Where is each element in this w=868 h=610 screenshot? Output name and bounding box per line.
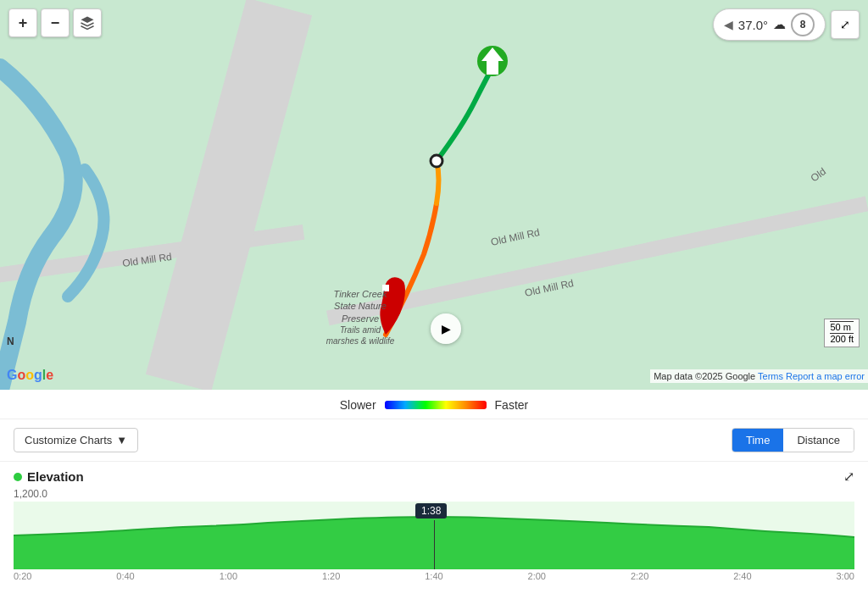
chart-title: Elevation xyxy=(14,469,84,484)
x-tick-5: 2:00 xyxy=(528,571,546,581)
chart-area: Elevation ⤢ 1,200.0 1:38 0:20 0:40 1:00 … xyxy=(0,462,868,581)
chart-tooltip: 1:38 xyxy=(415,503,447,518)
map-top-right-controls: ◀ 37.0° ☁ 8 ⤢ xyxy=(713,8,860,41)
x-axis: 0:20 0:40 1:00 1:20 1:40 2:00 2:20 2:40 … xyxy=(14,569,854,581)
play-button[interactable]: ▶ xyxy=(431,313,461,344)
attribution-text: Map data ©2025 Google xyxy=(654,371,755,381)
weather-icon: ☁ xyxy=(773,17,786,32)
weather-prev-arrow[interactable]: ◀ xyxy=(724,18,733,31)
map-attribution: Map data ©2025 Google Terms Report a map… xyxy=(650,369,868,383)
distance-toggle-button[interactable]: Distance xyxy=(783,429,854,452)
chart-title-row: Elevation ⤢ xyxy=(14,469,854,485)
notification-badge[interactable]: 8 xyxy=(791,13,815,36)
scale-200ft: 200 ft xyxy=(830,333,854,344)
chart-expand-button[interactable]: ⤢ xyxy=(843,469,854,485)
north-indicator: N xyxy=(7,336,14,347)
x-tick-1: 0:40 xyxy=(116,571,134,581)
google-logo: Google xyxy=(7,368,53,383)
faster-label: Faster xyxy=(495,398,529,412)
scale-50m: 50 m xyxy=(830,321,854,332)
x-tick-8: 3:00 xyxy=(837,571,854,581)
time-toggle-button[interactable]: Time xyxy=(732,429,783,452)
chart-svg-container[interactable]: 1:38 xyxy=(14,502,854,569)
terms-link[interactable]: Terms xyxy=(758,371,783,381)
slower-label: Slower xyxy=(340,398,376,412)
map-controls: + − xyxy=(8,8,102,37)
x-tick-4: 1:40 xyxy=(425,571,442,581)
chart-tooltip-line xyxy=(434,520,435,569)
map-container: Old Mill Rd Old Mill Rd Old Mill Rd Old … xyxy=(0,0,868,390)
zoom-out-button[interactable]: − xyxy=(41,8,70,37)
map-scale: 50 m 200 ft xyxy=(824,319,860,347)
customize-charts-label: Customize Charts xyxy=(25,434,112,446)
fullscreen-button[interactable]: ⤢ xyxy=(831,10,860,39)
x-tick-6: 2:20 xyxy=(631,571,648,581)
chart-title-text: Elevation xyxy=(27,469,84,484)
report-link[interactable]: Report a map error xyxy=(786,371,865,381)
x-tick-2: 1:00 xyxy=(220,571,237,581)
poi-label: Tinker Creek State Nature Preserve Trail… xyxy=(318,288,403,347)
zoom-in-button[interactable]: + xyxy=(8,8,37,37)
chart-y-label: 1,200.0 xyxy=(14,488,854,500)
speed-legend: Slower Faster xyxy=(0,390,868,419)
x-tick-0: 0:20 xyxy=(14,571,31,581)
speed-gradient-bar xyxy=(385,401,487,409)
bottom-panel: Customize Charts ▼ Time Distance Elevati… xyxy=(0,419,868,581)
charts-toolbar: Customize Charts ▼ Time Distance xyxy=(0,419,868,462)
x-tick-3: 1:20 xyxy=(322,571,340,581)
temperature-display: 37.0° xyxy=(738,18,768,32)
customize-charts-button[interactable]: Customize Charts ▼ xyxy=(14,428,138,452)
x-tick-7: 2:40 xyxy=(733,571,751,581)
svg-point-8 xyxy=(431,155,442,167)
weather-widget: ◀ 37.0° ☁ 8 xyxy=(713,8,826,41)
chart-dot xyxy=(14,473,22,481)
layers-button[interactable] xyxy=(73,8,102,37)
time-distance-toggle: Time Distance xyxy=(732,428,854,452)
dropdown-arrow-icon: ▼ xyxy=(116,434,127,446)
